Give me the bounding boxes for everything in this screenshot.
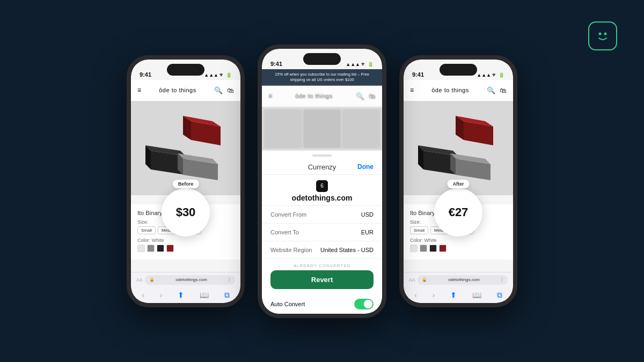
cart-icon-middle: 🛍 [369,92,376,100]
tabs-btn-left[interactable]: ⧉ [221,290,233,301]
swatch-white-right[interactable] [410,245,418,252]
product-svg-left [143,110,229,186]
color-section-right: Color: White [410,238,507,252]
after-label: After [447,180,469,188]
back-btn-left[interactable]: ‹ [138,290,148,301]
price-after: €27 [449,205,469,219]
phone-currency: 9:41 ▲▲▲ ᯤ 🔋 15% off when you subscribe … [258,45,386,318]
share-btn-right[interactable]: ⬆ [447,290,460,301]
status-time-left: 9:41 [140,71,151,78]
revert-button[interactable]: Revert [270,270,374,289]
auto-convert-label: Auto Convert [270,301,305,307]
svg-point-1 [604,33,607,35]
nav-logo-left: ōde to things [159,87,196,93]
share-btn-left[interactable]: ⬆ [174,290,187,301]
safari-url-left[interactable]: 🔒 odetothings.com ⤴ [145,275,235,285]
sheet-title: Currenzy [287,163,357,171]
swatch-gray-left[interactable] [147,245,155,252]
size-btn-small-right[interactable]: Small [410,226,428,234]
convert-from-label: Convert From [270,211,306,218]
swatch-black-right[interactable] [429,245,437,252]
book-btn-right[interactable]: 📖 [469,290,485,301]
dynamic-island-middle [303,53,341,65]
price-bubble-after: After €27 [434,188,482,237]
phone-after: 9:41 ▲▲▲ ᯤ 🔋 ≡ ōde to things 🔍 🛍 [399,55,517,307]
font-size-icon-left: AA [136,277,143,283]
nav-logo-middle: ōde to things [295,93,333,99]
safari-nav-left: ‹ › ⬆ 📖 ⧉ [131,287,240,303]
nav-icons-middle: 🔍 🛍 [356,92,376,100]
nav-bar-middle: ≡ ōde to things 🔍 🛍 [262,86,382,107]
forward-btn-right[interactable]: › [429,290,438,301]
share-icon-left: ⤴ [228,277,231,283]
sheet-header: Currenzy Done [262,157,382,175]
size-btn-small-left[interactable]: Small [137,226,156,234]
back-btn-right[interactable]: ‹ [411,290,420,301]
nav-icons-left: 🔍 🛍 [214,86,234,94]
region-value: United States - USD [320,247,374,253]
safari-url-right[interactable]: 🔒 odetothings.com ⤴ [418,275,508,285]
smiley-icon [588,21,617,50]
phone-before: 9:41 ▲▲▲ ᯤ 🔋 ≡ ōde to things 🔍 🛍 [127,55,245,307]
color-section-left: Color: White [137,238,234,252]
nav-bar-left: ≡ ōde to things 🔍 🛍 [131,80,240,101]
site-icon: 6 [316,180,328,192]
cart-icon-left: 🛍 [227,86,234,94]
status-icons-left: ▲▲▲ ᯤ 🔋 [204,72,232,78]
already-converted-label: ALREADY CONVERTED [262,259,382,270]
safari-bar-left: AA 🔒 odetothings.com ⤴ ‹ › ⬆ 📖 ⧉ [131,272,240,303]
sheet-done-btn[interactable]: Done [357,163,374,171]
tabs-btn-right[interactable]: ⧉ [494,290,506,301]
url-text-left: odetothings.com [175,277,207,282]
hamburger-icon-left: ≡ [137,86,141,94]
swatch-black-left[interactable] [157,245,164,252]
convert-to-label: Convert To [270,229,299,235]
region-row: Website Region United States - USD [262,241,382,259]
before-label: Before [173,180,199,188]
safari-bar-right: AA 🔒 odetothings.com ⤴ ‹ › ⬆ 📖 ⧉ [404,272,513,303]
swatch-gray-right[interactable] [420,245,427,252]
currency-sheet: Currenzy Done 6 odetothings.com Convert … [262,151,382,314]
forward-btn-left[interactable]: › [157,290,166,301]
dynamic-island-left [167,64,204,76]
url-text-right: odetothings.com [448,277,480,282]
nav-bar-right: ≡ ōde to things 🔍 🛍 [404,80,513,101]
swatch-red-right[interactable] [439,245,447,252]
sheet-handle [262,151,382,157]
site-icon-text: 6 [320,183,324,189]
status-icons-right: ▲▲▲ ᯤ 🔋 [477,72,504,78]
color-label-left: Color: White [137,238,234,243]
convert-from-row: Convert From USD [262,206,382,224]
hamburger-icon-middle: ≡ [268,92,272,100]
product-svg-right [415,110,501,186]
status-time-right: 9:41 [412,71,424,78]
swatch-red-left[interactable] [166,245,174,252]
site-name: odetothings.com [292,194,353,202]
swatch-white-left[interactable] [137,245,145,252]
blurred-products [262,107,382,150]
book-btn-left[interactable]: 📖 [196,290,212,301]
auto-convert-toggle[interactable] [354,299,374,309]
color-label-right: Color: White [410,238,507,243]
search-icon-right: 🔍 [487,86,495,94]
dynamic-island-right [440,64,477,76]
search-icon-middle: 🔍 [356,92,364,100]
color-swatches-right [410,245,507,252]
convert-from-value: USD [361,211,374,218]
nav-logo-right: ōde to things [431,87,469,93]
status-icons-middle: ▲▲▲ ᯤ 🔋 [346,62,374,67]
font-size-icon-right: AA [409,277,415,283]
nav-icons-right: 🔍 🛍 [487,86,507,94]
announcement-text: 15% off when you subscribe to our mailin… [275,72,369,83]
color-swatches-left [137,245,234,252]
phones-container: 9:41 ▲▲▲ ᯤ 🔋 ≡ ōde to things 🔍 🛍 [127,45,517,318]
convert-to-row: Convert To EUR [262,224,382,241]
safari-nav-right: ‹ › ⬆ 📖 ⧉ [404,287,513,303]
search-icon-left: 🔍 [214,86,223,94]
sheet-site: 6 odetothings.com [262,175,382,206]
cart-icon-right: 🛍 [500,86,507,94]
price-bubble-before: Before $30 [162,188,210,237]
share-icon-right: ⤴ [501,277,503,283]
convert-to-value: EUR [361,229,374,235]
announcement-bar: 15% off when you subscribe to our mailin… [262,69,382,86]
